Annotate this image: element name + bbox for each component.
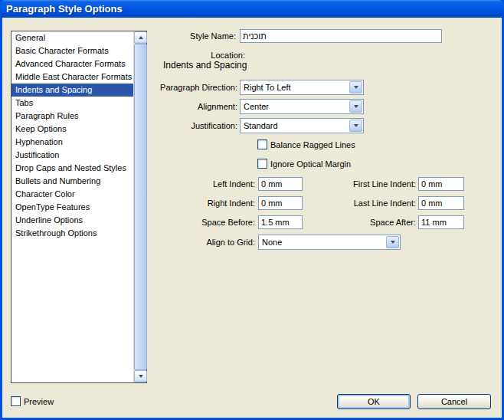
arrow-up-icon <box>139 36 143 39</box>
preview-checkbox[interactable] <box>11 396 21 406</box>
sidebar-item-hyphenation[interactable]: Hyphenation <box>11 136 133 149</box>
last-line-indent-label: Last Line Indent: <box>301 196 416 210</box>
sidebar-item-character-color[interactable]: Character Color <box>11 188 133 201</box>
first-line-indent-input[interactable] <box>418 177 464 191</box>
scrollbar-down-button[interactable] <box>134 370 147 382</box>
chevron-down-icon[interactable] <box>386 236 399 248</box>
space-before-label: Space Before: <box>140 215 255 229</box>
paragraph-direction-value: Right To Left <box>244 80 348 94</box>
alignment-value: Center <box>244 100 348 113</box>
align-to-grid-value: None <box>262 235 385 249</box>
window-title: Paragraph Style Options <box>6 3 123 15</box>
chevron-down-icon[interactable] <box>349 81 362 94</box>
alignment-select[interactable]: Center <box>240 99 364 114</box>
space-before-input[interactable] <box>258 215 303 229</box>
space-after-input[interactable] <box>418 215 464 229</box>
balance-ragged-lines-checkbox[interactable] <box>257 139 267 149</box>
style-name-input[interactable] <box>240 29 442 43</box>
paragraph-style-options-dialog: Paragraph Style Options General Basic Ch… <box>0 0 504 420</box>
sidebar-item-opentype-features[interactable]: OpenType Features <box>11 201 133 214</box>
align-to-grid-select[interactable]: None <box>258 235 401 250</box>
paragraph-direction-label: Paragraph Direction: <box>115 80 237 94</box>
sidebar-item-general[interactable]: General <box>11 31 133 44</box>
left-indent-input[interactable] <box>258 177 303 191</box>
sidebar-item-drop-caps-and-nested-styles[interactable]: Drop Caps and Nested Styles <box>11 162 133 175</box>
titlebar[interactable]: Paragraph Style Options <box>0 0 504 18</box>
last-line-indent-input[interactable] <box>418 196 464 210</box>
dropdown-arrow-icon <box>354 124 358 127</box>
dropdown-arrow-icon <box>354 86 358 89</box>
right-indent-input[interactable] <box>258 196 303 210</box>
left-indent-label: Left Indent: <box>140 177 255 191</box>
right-indent-label: Right Indent: <box>140 196 255 210</box>
justification-label: Justification: <box>115 119 237 133</box>
alignment-label: Alignment: <box>115 100 237 113</box>
cancel-button[interactable]: Cancel <box>417 394 491 409</box>
sidebar-item-strikethrough-options[interactable]: Strikethrough Options <box>11 227 133 240</box>
dropdown-arrow-icon <box>354 105 358 108</box>
sidebar-item-advanced-character-formats[interactable]: Advanced Character Formats <box>11 57 133 71</box>
preview-label[interactable]: Preview <box>24 396 54 407</box>
sidebar-item-bullets-and-numbering[interactable]: Bullets and Numbering <box>11 175 133 188</box>
ignore-optical-margin-label[interactable]: Ignore Optical Margin <box>270 159 351 169</box>
ok-button[interactable]: OK <box>337 394 411 409</box>
justification-select[interactable]: Standard <box>240 118 364 133</box>
chevron-down-icon[interactable] <box>349 100 362 113</box>
dropdown-arrow-icon <box>391 241 395 244</box>
arrow-down-icon <box>139 375 143 378</box>
space-after-label: Space After: <box>301 215 416 229</box>
ignore-optical-margin-checkbox[interactable] <box>257 159 267 169</box>
align-to-grid-label: Align to Grid: <box>140 235 255 249</box>
paragraph-direction-select[interactable]: Right To Left <box>240 80 364 95</box>
sidebar-item-justification[interactable]: Justification <box>11 149 133 162</box>
sidebar-item-underline-options[interactable]: Underline Options <box>11 214 133 227</box>
panel-section-title: Indents and Spacing <box>163 60 247 71</box>
sidebar-item-basic-character-formats[interactable]: Basic Character Formats <box>11 44 133 57</box>
chevron-down-icon[interactable] <box>349 120 362 132</box>
justification-value: Standard <box>244 119 348 133</box>
style-name-label: Style Name: <box>144 29 236 43</box>
dialog-body: General Basic Character Formats Advanced… <box>2 18 502 418</box>
balance-ragged-lines-label[interactable]: Balance Ragged Lines <box>270 139 355 150</box>
first-line-indent-label: First Line Indent: <box>301 177 416 191</box>
